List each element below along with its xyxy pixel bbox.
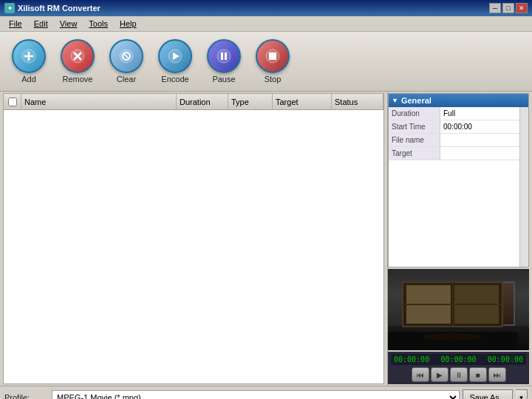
menu-view[interactable]: View bbox=[54, 18, 83, 30]
prop-duration-val: Full bbox=[440, 107, 519, 120]
minimize-button[interactable]: ─ bbox=[489, 3, 501, 13]
time-current: 00:00:00 bbox=[394, 355, 429, 364]
prop-target-val bbox=[440, 147, 519, 160]
time-display: 00:00:00 00:00:00 00:00:00 bbox=[391, 354, 526, 365]
menu-edit[interactable]: Edit bbox=[28, 18, 54, 30]
prop-starttime-val: 00:00:00 bbox=[440, 120, 519, 133]
rewind-button[interactable]: ⏮ bbox=[412, 367, 429, 382]
close-button[interactable]: ✕ bbox=[516, 3, 528, 13]
col-target: Target bbox=[273, 94, 332, 109]
clear-button[interactable]: Clear bbox=[103, 36, 149, 86]
maximize-button[interactable]: □ bbox=[502, 3, 514, 13]
svg-rect-12 bbox=[221, 52, 223, 60]
remove-button[interactable]: Remove bbox=[55, 36, 100, 86]
encode-label: Encode bbox=[161, 75, 188, 83]
stop-label: Stop bbox=[265, 75, 282, 83]
properties-panel: ▼ General Duration Full Start Time 00:00… bbox=[388, 93, 529, 267]
prop-target-key: Target bbox=[389, 147, 440, 160]
profile-row: Profile: MPEG-1 Movie (*.mpg) Save As...… bbox=[4, 389, 528, 399]
prop-duration: Duration Full bbox=[389, 107, 519, 120]
menu-bar: File Edit View Tools Help bbox=[0, 16, 532, 32]
profile-select[interactable]: MPEG-1 Movie (*.mpg) bbox=[52, 390, 460, 399]
add-label: Add bbox=[21, 75, 36, 83]
right-panel: ▼ General Duration Full Start Time 00:00… bbox=[388, 92, 532, 386]
svg-rect-15 bbox=[269, 52, 276, 60]
table-body bbox=[4, 110, 383, 258]
transport-stop-button[interactable]: ■ bbox=[469, 367, 487, 382]
transport-buttons: ⏮ ▶ ⏸ ■ ⏭ bbox=[391, 367, 526, 382]
saveas-button[interactable]: Save As... bbox=[463, 389, 513, 399]
table-header: Name Duration Type Target Status bbox=[4, 94, 383, 110]
prop-filename-key: File name bbox=[389, 134, 440, 146]
play-button[interactable]: ▶ bbox=[431, 367, 449, 382]
select-all-checkbox[interactable] bbox=[8, 98, 17, 106]
left-panel: Name Duration Type Target Status bbox=[0, 92, 388, 386]
props-scrollbar[interactable] bbox=[519, 107, 528, 267]
preview-scene bbox=[388, 269, 529, 350]
general-expand-icon: ▼ bbox=[392, 97, 398, 104]
general-props-content: Duration Full Start Time 00:00:00 File n… bbox=[389, 107, 519, 267]
remove-label: Remove bbox=[63, 75, 93, 83]
menu-tools[interactable]: Tools bbox=[83, 18, 114, 30]
general-props: Duration Full Start Time 00:00:00 File n… bbox=[389, 107, 528, 267]
col-status: Status bbox=[332, 94, 383, 109]
window-title: Xilisoft RM Converter bbox=[18, 4, 100, 13]
pause-icon bbox=[207, 39, 241, 73]
svg-rect-13 bbox=[225, 52, 227, 60]
clear-label: Clear bbox=[117, 75, 136, 83]
menu-file[interactable]: File bbox=[3, 18, 28, 30]
prop-starttime-key: Start Time bbox=[389, 120, 440, 133]
col-check bbox=[4, 94, 21, 109]
general-section-title: General bbox=[401, 96, 432, 105]
stop-button[interactable]: Stop bbox=[250, 36, 296, 86]
bottom-controls: Profile: MPEG-1 Movie (*.mpg) Save As...… bbox=[0, 386, 532, 399]
transport-area: 00:00:00 00:00:00 00:00:00 ⏮ ▶ ⏸ ■ ⏭ bbox=[388, 352, 529, 384]
svg-point-22 bbox=[423, 333, 482, 341]
add-icon bbox=[12, 39, 46, 73]
forward-button[interactable]: ⏭ bbox=[488, 367, 506, 382]
file-table: Name Duration Type Target Status bbox=[3, 93, 384, 384]
prop-filename-val bbox=[440, 134, 519, 146]
remove-icon bbox=[61, 39, 95, 73]
menu-help[interactable]: Help bbox=[114, 18, 143, 30]
prop-target: Target bbox=[389, 147, 519, 160]
col-duration: Duration bbox=[177, 94, 228, 109]
prop-filename: File name bbox=[389, 134, 519, 147]
app-icon: ✦ bbox=[4, 3, 15, 13]
title-bar: ✦ Xilisoft RM Converter ─ □ ✕ bbox=[0, 0, 532, 16]
saveas-dropdown-arrow[interactable]: ▼ bbox=[516, 389, 528, 399]
encode-button[interactable]: Encode bbox=[152, 36, 198, 86]
toolbar: Add Remove Clear Encode Pause Stop bbox=[0, 32, 532, 92]
stop-icon bbox=[256, 39, 290, 73]
preview-background bbox=[388, 269, 529, 350]
col-name: Name bbox=[21, 94, 177, 109]
main-layout: Name Duration Type Target Status ▼ Gener… bbox=[0, 92, 532, 386]
pause-label: Pause bbox=[212, 75, 235, 83]
profile-label: Profile: bbox=[4, 393, 49, 399]
general-section-header[interactable]: ▼ General bbox=[389, 94, 528, 107]
transport-pause-button[interactable]: ⏸ bbox=[450, 367, 468, 382]
title-bar-left: ✦ Xilisoft RM Converter bbox=[4, 3, 100, 13]
pause-button[interactable]: Pause bbox=[201, 36, 247, 86]
encode-icon bbox=[158, 39, 192, 73]
col-type: Type bbox=[228, 94, 273, 109]
time-middle: 00:00:00 bbox=[440, 355, 476, 364]
time-total: 00:00:00 bbox=[488, 355, 523, 364]
preview-area bbox=[388, 269, 529, 350]
clear-icon bbox=[109, 39, 143, 73]
svg-point-11 bbox=[217, 50, 231, 63]
prop-starttime: Start Time 00:00:00 bbox=[389, 120, 519, 134]
prop-duration-key: Duration bbox=[389, 107, 440, 120]
title-controls: ─ □ ✕ bbox=[489, 3, 528, 13]
add-button[interactable]: Add bbox=[6, 36, 52, 86]
video-section-header[interactable]: ▼ Video bbox=[389, 267, 528, 267]
